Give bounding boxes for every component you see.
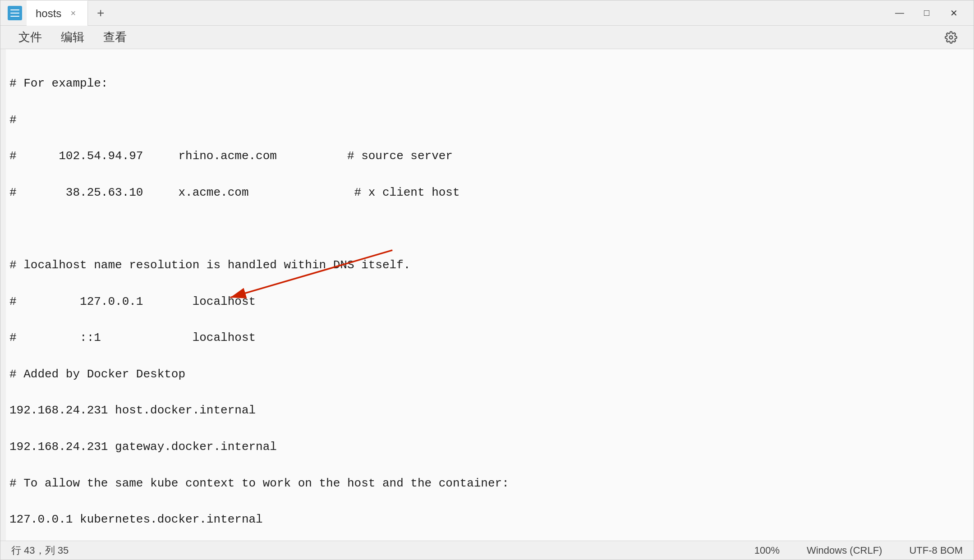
editor-content[interactable]: # For example: # # 102.54.94.97 rhino.ac…	[0, 49, 974, 541]
line-8: # ::1 localhost	[9, 329, 956, 347]
maximize-button[interactable]: □	[914, 4, 939, 22]
menu-view[interactable]: 查看	[96, 26, 134, 49]
tab-close-button[interactable]: ×	[68, 7, 78, 19]
title-bar-left: hosts × +	[8, 0, 887, 26]
line-12: # To allow the same kube context to work…	[9, 474, 956, 492]
settings-icon[interactable]	[939, 26, 963, 49]
tab-hosts[interactable]: hosts ×	[27, 0, 88, 26]
tab-label: hosts	[36, 7, 61, 20]
line-3: # 102.54.94.97 rhino.acme.com # source s…	[9, 147, 956, 165]
menu-bar: 文件 编辑 查看	[0, 26, 974, 49]
line-13: 127.0.0.1 kubernetes.docker.internal	[9, 510, 956, 528]
app-icon-lines	[10, 9, 19, 17]
svg-point-0	[950, 36, 953, 39]
cursor-position: 行 43，列 35	[11, 544, 69, 557]
line-2: #	[9, 111, 956, 129]
menu-file[interactable]: 文件	[11, 26, 49, 49]
status-bar: 行 43，列 35 100% Windows (CRLF) UTF-8 BOM	[0, 541, 974, 560]
new-tab-button[interactable]: +	[90, 2, 111, 24]
close-button[interactable]: ✕	[941, 4, 966, 22]
window-controls: — □ ✕	[887, 4, 966, 22]
minimize-button[interactable]: —	[887, 4, 912, 22]
line-9: # Added by Docker Desktop	[9, 365, 956, 383]
line-7: # 127.0.0.1 localhost	[9, 293, 956, 311]
app-icon	[8, 6, 22, 20]
status-right: 100% Windows (CRLF) UTF-8 BOM	[754, 545, 963, 556]
line-endings: Windows (CRLF)	[807, 545, 882, 556]
line-5	[9, 220, 956, 238]
line-4: # 38.25.63.10 x.acme.com # x client host	[9, 184, 956, 202]
line-6: # localhost name resolution is handled w…	[9, 256, 956, 274]
encoding: UTF-8 BOM	[909, 545, 963, 556]
line-10: 192.168.24.231 host.docker.internal	[9, 401, 956, 419]
main-window: hosts × + — □ ✕ 文件 编辑 查看 # For example: …	[0, 0, 974, 560]
line-11: 192.168.24.231 gateway.docker.internal	[9, 438, 956, 456]
editor-wrapper: # For example: # # 102.54.94.97 rhino.ac…	[0, 49, 974, 541]
line-1: # For example:	[9, 74, 956, 92]
title-bar: hosts × + — □ ✕	[0, 0, 974, 26]
zoom-level: 100%	[754, 545, 780, 556]
menu-edit[interactable]: 编辑	[54, 26, 92, 49]
